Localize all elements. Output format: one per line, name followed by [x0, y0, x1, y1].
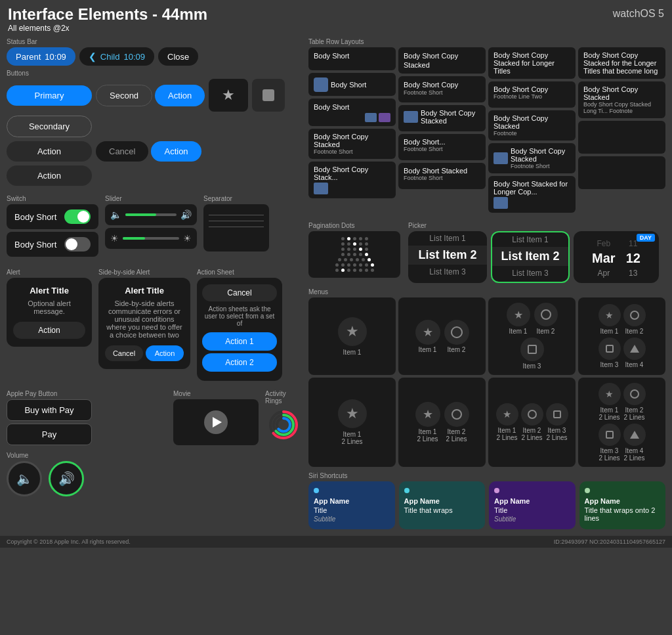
slider-track-1[interactable] — [125, 213, 177, 216]
footer: Copyright © 2018 Apple Inc. All rights r… — [0, 536, 672, 548]
side-action-button[interactable]: Action — [146, 345, 184, 361]
picker-section: Picker List Item 1 List Item 2 List Item… — [408, 218, 659, 283]
action-sheet-body: Action sheets ask the user to select fro… — [202, 305, 277, 327]
menu-label: Item 22 Lines — [521, 427, 542, 441]
side-cancel-button[interactable]: Cancel — [105, 345, 143, 361]
table-cell-footnote: Footnote Short — [404, 146, 480, 152]
menu-entry: Item 3 — [520, 338, 544, 370]
slider-track-2[interactable] — [123, 237, 179, 240]
menu-entry: Item 2 — [444, 320, 469, 353]
table-icon — [494, 152, 508, 164]
buy-with-applepay-text: Buy with Pay — [24, 405, 74, 415]
activity-section: Activity Rings — [265, 386, 302, 448]
stop-icon — [262, 89, 274, 101]
brightness-low-icon: ☀ — [110, 233, 119, 244]
dot — [359, 237, 362, 240]
status-close-text: Close — [167, 52, 189, 62]
siri-app-name-3: App Name — [494, 497, 570, 505]
action-sheet-cancel-button[interactable]: Cancel — [202, 284, 277, 301]
day-item-active[interactable]: 12 — [626, 250, 640, 267]
stop-button[interactable] — [252, 79, 285, 112]
menu-label-2: Item 2 — [448, 346, 466, 353]
volume-row: 🔈 🔊 — [7, 461, 302, 496]
volume-down-button[interactable]: 🔈 — [7, 461, 42, 496]
dot — [365, 237, 368, 240]
action-sheet-action1-button[interactable]: Action 1 — [202, 332, 277, 351]
table-cell-text: Body Short Copy Stacked — [494, 114, 570, 130]
dot — [353, 263, 356, 267]
table-row: Body Short Copy Stacked Footnote — [488, 110, 576, 141]
status-child-text: Child — [100, 52, 120, 62]
siri-app-name-2: App Name — [404, 497, 480, 505]
separator-line-1 — [209, 215, 264, 215]
month-item-active[interactable]: Mar — [592, 250, 616, 267]
right-column: Table Row Layouts Body Short Body Short … — [308, 34, 665, 529]
dot — [341, 263, 345, 267]
table-cell-text: Body Short Copy Stacked for the Longer T… — [583, 51, 660, 75]
action-button-2[interactable]: Action — [7, 141, 92, 162]
second-button[interactable]: Second — [96, 85, 152, 106]
table-row — [578, 121, 665, 154]
picker-item-active[interactable]: List Item 2 — [408, 246, 487, 265]
dot — [353, 253, 356, 256]
table-cell-text: Body Short Copy Stacked for Longer Title… — [494, 51, 570, 75]
menu-square-circle — [598, 424, 621, 446]
side-alert-buttons: Cancel Action — [105, 345, 184, 361]
dot — [347, 253, 350, 256]
dot — [368, 258, 371, 261]
day-label: DAY — [637, 234, 655, 242]
siri-dot-4 — [585, 488, 590, 493]
pagination-row-1 — [315, 237, 394, 240]
applepay-button[interactable]: Pay — [7, 424, 92, 445]
star-button[interactable]: ★ — [209, 79, 248, 112]
buy-with-applepay-button[interactable]: Buy with Pay — [7, 399, 92, 421]
volume-section: Volume 🔈 🔊 — [7, 452, 302, 496]
siri-card-4: App Name Title that wraps onto 2 lines — [579, 481, 666, 529]
menu-entry: Item 22 Lines — [444, 402, 469, 443]
menu-entry: ★ Item 1 — [415, 320, 440, 353]
os-label: watchOS 5 — [613, 5, 664, 20]
table-cell-text: Body Short Copy Stack... — [314, 165, 390, 181]
secondary-button[interactable]: Secondary — [7, 116, 92, 137]
status-close[interactable]: Close — [158, 47, 198, 66]
star-icon: ★ — [222, 87, 235, 104]
dot — [341, 237, 345, 240]
table-row: Body Short... Footnote Short — [398, 134, 486, 160]
menu-item: ★ Item 1 — [308, 297, 396, 375]
table-cell-footnote: Body Short Copy Stacked Long Ti... Footn… — [583, 101, 660, 114]
action-button-3[interactable]: Action — [151, 141, 201, 162]
toggle-1[interactable] — [64, 209, 91, 224]
siri-grid: App Name Title Subtitle App Name Title t… — [308, 481, 665, 529]
volume-up-icon: 🔊 — [58, 471, 75, 487]
circle-icon — [451, 326, 463, 338]
alert-title: Alert Title — [13, 286, 85, 296]
menu-circle-circle — [623, 383, 646, 405]
menu-entry: ★ Item 1 — [507, 303, 530, 335]
cancel-button[interactable]: Cancel — [96, 141, 148, 162]
menu-entry: Item 22 Lines — [623, 383, 646, 421]
picker-item-active[interactable]: List Item 2 — [492, 247, 568, 266]
table-row: Body Short — [308, 73, 396, 96]
slider-fill-1 — [125, 213, 156, 216]
siri-dot-1 — [314, 488, 319, 493]
buttons-section: Buttons Primary Second Action ★ Secondar… — [7, 70, 302, 186]
primary-button[interactable]: Primary — [7, 85, 92, 106]
menu-star-circle: ★ — [507, 303, 530, 326]
switch-section: Switch Body Short Body Short — [7, 191, 98, 259]
menu-label: Item 4 — [625, 361, 644, 368]
play-button[interactable] — [204, 410, 228, 434]
footer-info: ID:29493997 NO:20240311104957665127 — [554, 538, 665, 545]
volume-down-icon: 🔈 — [16, 471, 33, 487]
siri-dot-2 — [404, 488, 410, 493]
table-cell-text: Body Short Copy — [404, 81, 458, 89]
side-alert-section: Side-by-side Alert Alert Title Side-by-s… — [98, 265, 190, 381]
action-sheet-action2-button[interactable]: Action 2 — [202, 353, 277, 372]
action-button-4[interactable]: Action — [7, 165, 92, 186]
action-button-1[interactable]: Action — [155, 85, 205, 106]
toggle-2[interactable] — [64, 237, 91, 252]
alert-action-button[interactable]: Action — [13, 322, 85, 339]
volume-up-button[interactable]: 🔊 — [49, 461, 84, 496]
dot — [365, 263, 368, 267]
day-item: 13 — [629, 267, 637, 279]
chevron-left-icon: ❮ — [89, 51, 96, 62]
